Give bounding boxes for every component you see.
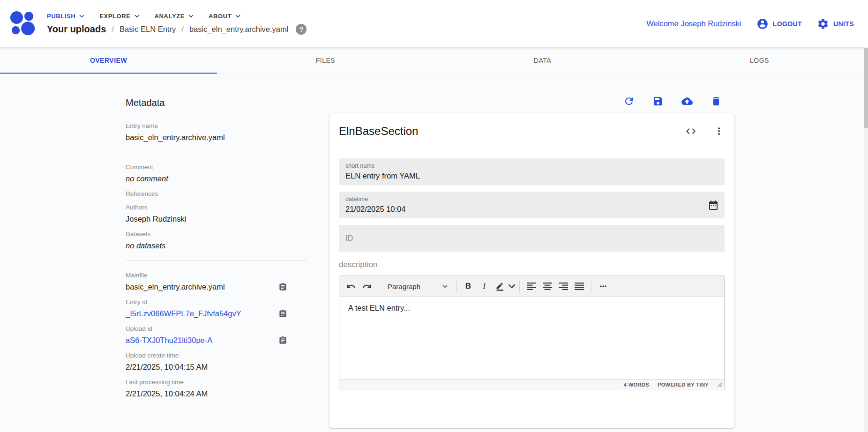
page-scrollbar bbox=[864, 47, 868, 432]
section-card-header: ElnBaseSection bbox=[339, 125, 725, 138]
format-select-value: Paragraph bbox=[388, 283, 420, 290]
entry-id-label: Entry id bbox=[126, 298, 307, 305]
redo-icon bbox=[362, 282, 372, 291]
authors-field: Authors Joseph Rudzinski bbox=[126, 204, 307, 224]
divider bbox=[126, 152, 307, 152]
save-icon bbox=[652, 96, 664, 107]
menu-about[interactable]: ABOUT bbox=[209, 13, 240, 20]
entry-name-value: basic_eln_entry.archive.yaml bbox=[126, 133, 307, 142]
mainfile-label: Mainfile bbox=[126, 272, 307, 279]
account-circle-icon bbox=[756, 18, 769, 30]
upload-id-label: Upload id bbox=[126, 325, 307, 332]
menu-analyze[interactable]: ANALYZE bbox=[155, 13, 194, 20]
clipboard-icon bbox=[278, 309, 287, 318]
comment-field: Comment no comment bbox=[126, 164, 307, 184]
tab-data[interactable]: DATA bbox=[434, 47, 651, 74]
text-color-dropdown-button[interactable] bbox=[508, 278, 516, 294]
main-menu: PUBLISH EXPLORE ANALYZE ABOUT bbox=[47, 13, 307, 20]
user-name-link[interactable]: Joseph Rudzinski bbox=[681, 19, 741, 28]
last-processing-time-value: 2/21/2025, 10:04:24 AM bbox=[126, 389, 307, 399]
upload-id-field: Upload id aS6-TXJ0Thu21lti30pe-A bbox=[126, 325, 307, 345]
datasets-label: Datasets bbox=[126, 231, 307, 238]
reload-button[interactable] bbox=[623, 96, 635, 107]
chevron-down-icon bbox=[79, 15, 84, 18]
breadcrumb-parent[interactable]: Basic ELN Entry bbox=[120, 25, 176, 34]
breadcrumb-your-uploads[interactable]: Your uploads bbox=[47, 24, 106, 35]
chevron-down-icon bbox=[235, 15, 240, 18]
datetime-input[interactable]: datetime 21/02/2025 10:04 bbox=[339, 192, 725, 218]
code-view-button[interactable] bbox=[685, 126, 696, 137]
menu-publish[interactable]: PUBLISH bbox=[47, 13, 84, 20]
resize-grip[interactable] bbox=[717, 382, 723, 387]
references-label: References bbox=[126, 190, 307, 197]
upload-create-time-value: 2/21/2025, 10:04:15 AM bbox=[126, 362, 307, 372]
copy-mainfile-button[interactable] bbox=[278, 283, 287, 291]
description-editor-body[interactable]: A test ELN entry... bbox=[339, 297, 724, 379]
entry-actions bbox=[329, 93, 734, 110]
paragraph-format-select[interactable]: Paragraph bbox=[383, 278, 452, 294]
help-icon[interactable]: ? bbox=[296, 24, 307, 35]
resize-grip-icon bbox=[717, 382, 723, 387]
italic-button[interactable]: I bbox=[476, 278, 492, 294]
bold-button[interactable]: B bbox=[460, 278, 476, 294]
references-field: References bbox=[126, 190, 307, 197]
clipboard-icon bbox=[278, 336, 287, 345]
tab-overview[interactable]: OVERVIEW bbox=[0, 47, 217, 74]
id-placeholder: ID bbox=[345, 234, 353, 243]
units-button[interactable]: UNITS bbox=[817, 18, 854, 30]
last-processing-time-field: Last processing time 2/21/2025, 10:04:24… bbox=[126, 379, 307, 399]
authors-value: Joseph Rudzinski bbox=[126, 214, 307, 224]
nomad-logo[interactable] bbox=[9, 10, 37, 37]
undo-button[interactable] bbox=[343, 278, 359, 294]
align-right-button[interactable] bbox=[555, 278, 571, 294]
divider bbox=[126, 260, 307, 261]
align-justify-icon bbox=[575, 282, 584, 291]
tab-bar: OVERVIEW FILES DATA LOGS bbox=[0, 47, 868, 74]
comment-value: no comment bbox=[126, 174, 307, 184]
entry-id-link[interactable]: _I5rLzv066WFPL7e_FJfvfa54gvY bbox=[126, 309, 241, 319]
tiny-branding: POWERED BY TINY bbox=[658, 382, 709, 387]
menu-about-label: ABOUT bbox=[209, 13, 232, 20]
menu-explore[interactable]: EXPLORE bbox=[99, 13, 139, 20]
id-input[interactable]: ID bbox=[339, 225, 725, 252]
tab-logs[interactable]: LOGS bbox=[651, 47, 868, 74]
more-tools-button[interactable] bbox=[595, 278, 611, 294]
justify-button[interactable] bbox=[571, 278, 587, 294]
horizontal-dots-icon bbox=[599, 282, 608, 291]
breadcrumb-separator: / bbox=[181, 25, 184, 34]
more-menu-button[interactable] bbox=[713, 126, 725, 137]
align-left-button[interactable] bbox=[524, 278, 539, 294]
upload-id-link[interactable]: aS6-TXJ0Thu21lti30pe-A bbox=[126, 335, 212, 345]
last-processing-time-label: Last processing time bbox=[126, 379, 307, 386]
logout-button[interactable]: LOGOUT bbox=[756, 18, 802, 30]
entry-name-label: Entry name bbox=[126, 122, 307, 129]
text-color-button[interactable] bbox=[492, 278, 508, 294]
align-center-icon bbox=[543, 282, 552, 291]
scrollbar-thumb[interactable] bbox=[864, 48, 868, 128]
breadcrumb: Your uploads / Basic ELN Entry / basic_e… bbox=[47, 24, 307, 35]
tab-files[interactable]: FILES bbox=[217, 47, 434, 74]
calendar-picker-button[interactable] bbox=[708, 200, 719, 211]
upload-button[interactable] bbox=[681, 96, 693, 107]
metadata-title: Metadata bbox=[126, 97, 307, 108]
mainfile-value: basic_eln_entry.archive.yaml bbox=[126, 282, 225, 292]
short-name-input[interactable]: short name ELN entry from YAML bbox=[339, 158, 725, 185]
entry-name-field: Entry name basic_eln_entry.archive.yaml bbox=[126, 122, 307, 142]
delete-button[interactable] bbox=[711, 96, 722, 107]
chevron-down-icon bbox=[508, 282, 516, 291]
welcome-text: Welcome Joseph Rudzinski bbox=[646, 19, 741, 28]
header-right: Welcome Joseph Rudzinski LOGOUT UNITS bbox=[646, 18, 854, 30]
menu-explore-label: EXPLORE bbox=[99, 13, 130, 20]
highlight-pen-icon bbox=[495, 282, 505, 291]
align-right-icon bbox=[559, 282, 568, 291]
save-button[interactable] bbox=[652, 96, 664, 107]
clipboard-icon bbox=[278, 283, 287, 291]
word-count: 4 WORDS bbox=[624, 382, 649, 387]
align-center-button[interactable] bbox=[539, 278, 555, 294]
eln-section-card: ElnBaseSection short name ELN entry from… bbox=[329, 113, 734, 428]
copy-upload-id-button[interactable] bbox=[278, 336, 287, 345]
copy-entry-id-button[interactable] bbox=[278, 309, 287, 318]
toolbar-separator bbox=[456, 281, 456, 292]
upload-create-time-label: Upload create time bbox=[126, 352, 307, 359]
redo-button[interactable] bbox=[359, 278, 375, 294]
